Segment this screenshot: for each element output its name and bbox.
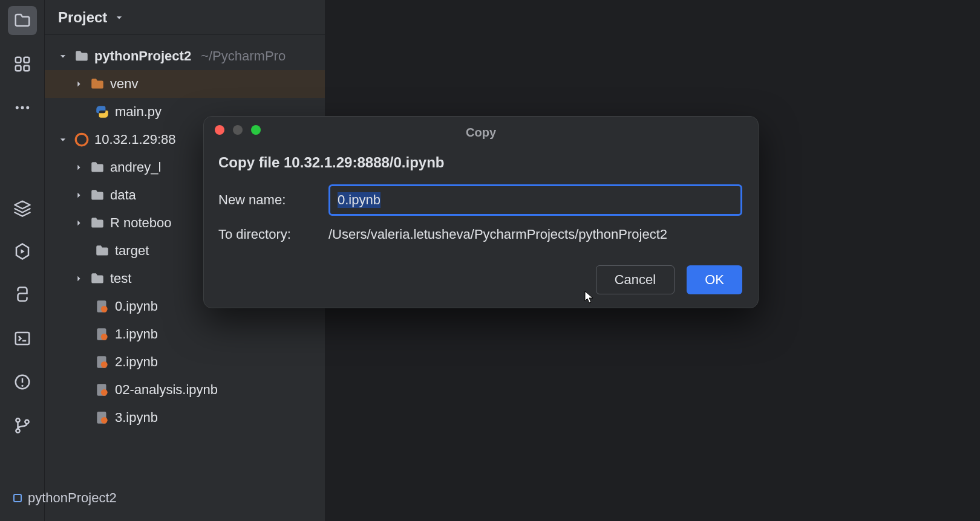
tool-strip [0,0,45,521]
status-bar: pythonProject2 [0,484,117,513]
to-directory-row: To directory: /Users/valeria.letusheva/P… [218,227,742,242]
dialog-title: Copy [204,122,758,140]
tree-project-root[interactable]: pythonProject2 ~/PycharmPro [45,42,325,70]
tree-item-label: main.py [115,104,162,120]
tree-item-path: ~/PycharmPro [201,48,286,64]
svg-rect-2 [15,66,21,71]
terminal-icon [13,329,31,348]
svg-point-11 [16,429,19,433]
tree-file-1ipynb[interactable]: 1.ipynb [45,320,325,348]
chevron-down-icon [57,50,69,62]
minimize-window-button[interactable] [233,125,243,135]
dialog-buttons: Cancel OK [204,253,758,294]
to-directory-label: To directory: [218,227,328,242]
dialog-heading: Copy file 10.32.1.29:8888/0.ipynb [218,154,742,171]
folder-icon [90,160,105,175]
python-console-tool-button[interactable] [8,280,37,309]
tree-item-label: R noteboo [110,215,172,231]
cancel-button[interactable]: Cancel [596,265,675,294]
window-controls [215,125,261,135]
jupyter-icon [74,132,90,147]
tree-item-label: 10.32.1.29:88 [94,132,176,147]
play-hex-icon [13,242,31,260]
tree-item-label: andrey_l [110,160,161,175]
notebook-icon [94,354,110,370]
module-indicator-icon [13,494,22,502]
vcs-tool-button[interactable] [8,411,37,440]
close-window-button[interactable] [215,125,224,135]
tree-folder-venv[interactable]: venv [45,70,325,98]
warning-circle-icon [13,373,31,391]
new-name-label: New name: [218,192,328,208]
svg-point-12 [25,420,28,424]
ok-button[interactable]: OK [687,265,742,294]
notebook-icon [94,410,110,426]
svg-point-21 [101,389,108,396]
maximize-window-button[interactable] [251,125,261,135]
svg-rect-3 [24,66,29,71]
svg-point-10 [16,418,19,422]
structure-tool-button[interactable] [8,50,37,79]
tree-item-label: 1.ipynb [115,326,158,342]
more-tool-button[interactable] [8,93,37,122]
svg-point-17 [101,334,108,340]
python-icon [13,286,31,304]
grid-icon [13,55,31,73]
svg-point-23 [101,417,108,424]
project-panel-header[interactable]: Project [45,0,325,35]
services-tool-button[interactable] [8,237,37,266]
svg-point-4 [15,106,18,109]
svg-point-5 [21,106,24,109]
notebook-icon [94,299,110,314]
folder-icon [90,76,105,92]
copy-dialog: Copy Copy file 10.32.1.29:8888/0.ipynb N… [203,116,759,308]
tree-item-label: 0.ipynb [115,299,158,314]
project-tool-button[interactable] [8,6,37,35]
chevron-down-icon [57,134,69,146]
chevron-right-icon [73,78,85,90]
branch-icon [13,416,31,435]
folder-icon [90,271,105,286]
to-directory-value[interactable]: /Users/valeria.letusheva/PycharmProjects… [328,227,742,242]
notebook-icon [94,382,110,398]
layers-tool-button[interactable] [8,193,37,222]
tree-item-label: venv [110,76,138,92]
folder-icon [94,243,110,259]
new-name-input[interactable] [328,184,742,216]
tree-item-label: data [110,187,136,203]
chevron-right-icon [73,161,85,173]
dialog-body: Copy file 10.32.1.29:8888/0.ipynb New na… [204,144,758,242]
chevron-down-icon [113,11,125,24]
tree-item-label: pythonProject2 [94,48,191,64]
svg-point-15 [101,306,108,312]
layers-icon [13,199,31,217]
terminal-tool-button[interactable] [8,324,37,353]
svg-point-6 [26,106,29,109]
folder-icon [13,11,31,30]
ellipsis-icon [13,99,31,117]
chevron-right-icon [73,217,85,229]
svg-rect-0 [15,57,21,63]
new-name-row: New name: [218,184,742,216]
tree-item-label: target [115,243,149,259]
svg-rect-1 [24,57,29,63]
tree-file-2ipynb[interactable]: 2.ipynb [45,348,325,376]
svg-rect-7 [15,332,29,345]
notebook-icon [94,326,110,342]
chevron-right-icon [73,189,85,201]
tree-item-label: 2.ipynb [115,354,158,370]
chevron-right-icon [73,273,85,285]
svg-point-19 [101,361,108,368]
folder-icon [74,48,90,64]
python-file-icon [94,104,110,120]
status-project-name[interactable]: pythonProject2 [28,490,117,506]
svg-point-13 [76,134,88,146]
svg-point-9 [21,385,23,387]
dialog-titlebar: Copy [204,117,758,144]
folder-icon [90,215,105,231]
tree-file-3ipynb[interactable]: 3.ipynb [45,404,325,432]
folder-icon [90,187,105,203]
tree-file-02analysis[interactable]: 02-analysis.ipynb [45,376,325,404]
problems-tool-button[interactable] [8,367,37,396]
tree-item-label: 3.ipynb [115,410,158,426]
